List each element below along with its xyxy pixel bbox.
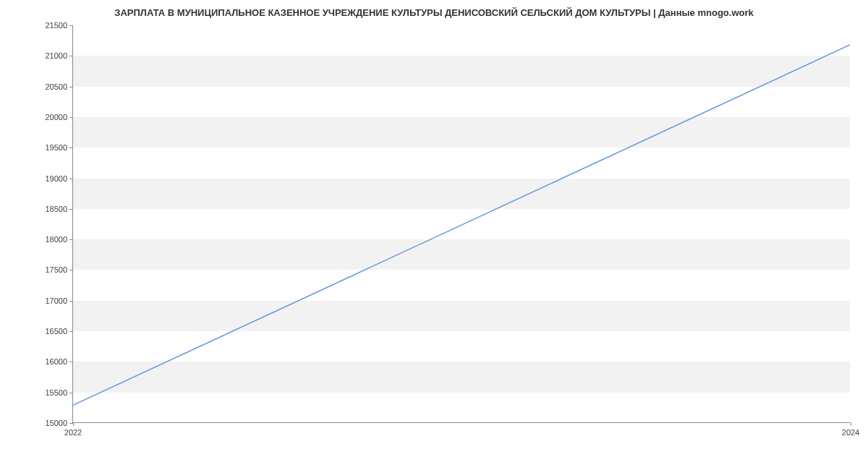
y-tick-mark <box>69 209 73 210</box>
grid-band <box>73 179 850 209</box>
y-tick-mark <box>69 148 73 148</box>
y-tick-mark <box>69 362 73 362</box>
chart-title: ЗАРПЛАТА В МУНИЦИПАЛЬНОЕ КАЗЕННОЕ УЧРЕЖД… <box>0 0 868 22</box>
x-tick-mark <box>73 422 74 426</box>
grid-band <box>73 56 850 86</box>
grid-band <box>73 362 850 392</box>
grid-band <box>73 301 850 331</box>
y-tick-mark <box>69 331 73 332</box>
y-tick-mark <box>69 393 73 393</box>
y-tick-mark <box>69 179 73 179</box>
x-tick-mark <box>851 422 851 426</box>
y-tick-mark <box>69 56 73 56</box>
line-series <box>73 45 850 405</box>
y-tick-mark <box>69 239 73 240</box>
plot-area: 1500015500160001650017000175001800018500… <box>72 25 850 423</box>
grid-band <box>73 239 850 270</box>
y-tick-mark <box>69 270 73 270</box>
y-tick-mark <box>69 25 73 26</box>
y-tick-mark <box>69 117 73 118</box>
grid-band <box>73 117 850 148</box>
y-tick-mark <box>69 87 73 87</box>
chart-container: 1500015500160001650017000175001800018500… <box>72 25 850 423</box>
y-tick-mark <box>69 301 73 302</box>
